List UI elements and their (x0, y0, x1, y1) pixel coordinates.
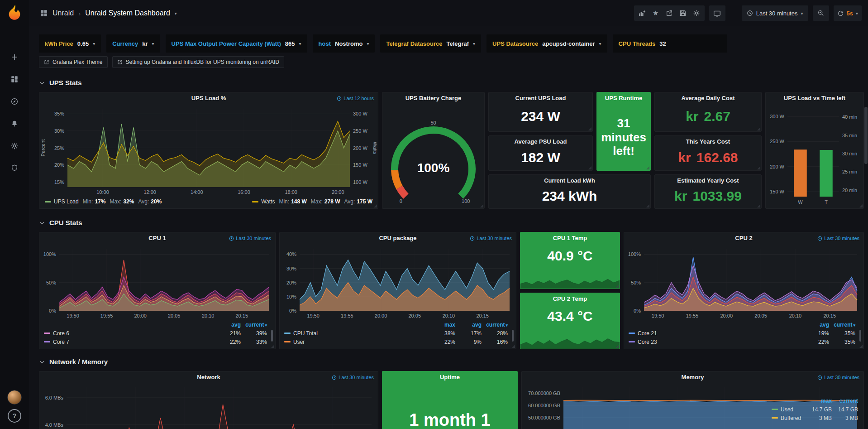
cpu2-chart[interactable]: 19:5019:5520:0020:0520:1020:150%50%100% (624, 244, 863, 320)
ups-bar-chart[interactable]: 150 W200 W250 W300 W20 min25 min30 min35… (766, 104, 863, 208)
dashboard-link-ups-guide[interactable]: Setting up Grafana and InfluxDB for UPS … (112, 56, 285, 68)
legend-column-header[interactable]: avg (215, 322, 241, 328)
share-icon[interactable] (663, 6, 676, 20)
zoom-out-icon[interactable] (814, 6, 828, 20)
panel-time-badge[interactable]: Last 30 minutes (332, 375, 374, 380)
legend-series-name[interactable]: Core 7 (53, 339, 215, 345)
ups-load-chart[interactable]: 10:0012:0014:0016:0018:0020:0015%20%25%3… (39, 104, 378, 197)
variable-cpu-threads[interactable]: CPU Threads32 (613, 34, 727, 53)
panel-title[interactable]: Current UPS Load (489, 92, 592, 104)
panel-title[interactable]: Estimated Yearly Cost (655, 175, 761, 187)
legend-column-header[interactable]: avg (803, 322, 829, 328)
panel-title[interactable]: Network (39, 371, 378, 383)
panel-time-badge[interactable]: Last 30 minutes (817, 375, 859, 380)
legend-series-name[interactable]: UPS Load (54, 198, 79, 205)
legend-series-name[interactable]: Core 23 (638, 339, 803, 345)
panel-title[interactable]: UPS Runtime (597, 92, 650, 104)
panel-title[interactable]: This Years Cost (655, 136, 761, 148)
panel-title[interactable]: UPS Load vs Time left (766, 92, 863, 104)
legend-series-name[interactable]: Watts (261, 198, 275, 205)
panel-title[interactable]: CPU 1 Temp (520, 232, 620, 244)
configuration-gear-icon[interactable] (5, 137, 24, 155)
variable-value-input[interactable]: 32 (659, 40, 666, 47)
cpu-package-chart[interactable]: 19:5019:5520:0020:0520:1020:150%10%20%30… (280, 244, 516, 320)
admin-shield-icon[interactable] (5, 159, 24, 177)
legend-series-name[interactable]: CPU Total (293, 330, 429, 337)
panel-title[interactable]: Uptime (382, 371, 517, 383)
variable-ups-datasource[interactable]: UPS Datasourceapcupsd-container▾ (486, 34, 607, 53)
breadcrumb-app[interactable]: Unraid (52, 9, 74, 17)
battery-gauge-chart[interactable]: 050100 100% (382, 104, 484, 208)
panel-time-badge[interactable]: Last 12 hours (337, 96, 374, 101)
legend-column-header[interactable]: current▾ (241, 322, 267, 328)
cpu1-chart[interactable]: 19:5019:5520:0020:0520:1020:150%50%100% (39, 244, 275, 320)
variable-kwh-price[interactable]: kWh Price0.65▾ (39, 34, 101, 53)
legend-column-header[interactable]: current (832, 398, 858, 404)
legend-column-header[interactable]: current▾ (829, 322, 855, 328)
page-scrollbar-thumb[interactable] (864, 107, 868, 164)
legend-column-header[interactable]: current▾ (482, 322, 508, 328)
explore-compass-icon[interactable] (5, 92, 24, 111)
variable-host[interactable]: hostNostromo▾ (313, 34, 375, 53)
legend-series-name[interactable]: User (293, 339, 429, 345)
legend-scrollbar[interactable] (512, 330, 514, 342)
panel-time-badge[interactable]: Last 30 minutes (229, 236, 271, 241)
time-range-picker[interactable]: Last 30 minutes ▾ (742, 5, 808, 21)
panel-title[interactable]: UPS Battery Charge (382, 92, 484, 104)
legend-column-header[interactable]: max (429, 322, 455, 328)
save-icon[interactable] (676, 6, 690, 20)
dashboard-grid-icon[interactable] (40, 9, 48, 17)
panel-title[interactable]: Current Load kWh (489, 175, 650, 187)
alerting-bell-icon[interactable] (5, 115, 24, 133)
variable-value[interactable]: kr (142, 40, 148, 47)
memory-chart[interactable]: 19:5019:5520:0020:0520:1020:1550.000000 … (522, 383, 863, 429)
svg-text:200 W: 200 W (353, 145, 367, 151)
panel-title[interactable]: Average PSU Load (489, 136, 592, 148)
svg-text:12:00: 12:00 (143, 189, 156, 195)
user-avatar[interactable] (7, 390, 22, 405)
legend-series-name[interactable]: Buffered (781, 415, 806, 421)
variable-telegraf-datasource[interactable]: Telegraf DatasourceTelegraf▾ (380, 34, 481, 53)
network-chart[interactable]: 19:5019:5520:0020:0520:1020:152.0 MBs4.0… (39, 383, 378, 429)
panel-title[interactable]: Memory (522, 371, 863, 383)
add-panel-icon[interactable] (635, 6, 649, 20)
variable-value[interactable]: 0.65 (77, 40, 89, 47)
legend-scrollbar[interactable] (271, 330, 273, 342)
panel-cpu2-graph: CPU 2 Last 30 minutes 19:5019:5520:0020:… (624, 232, 864, 349)
panel-title[interactable]: Average Daily Cost (655, 92, 761, 104)
variable-value[interactable]: Telegraf (446, 40, 469, 47)
refresh-picker[interactable]: 5s ▾ (834, 5, 862, 21)
section-ups-stats[interactable]: UPS Stats (39, 79, 864, 87)
panel-title[interactable]: UPS Load % (39, 92, 378, 104)
variable-ups-max-output[interactable]: UPS Max Output Power Capacity (Watt)865▾ (166, 34, 307, 53)
legend-series-name[interactable]: Core 6 (53, 330, 215, 337)
legend-column-header[interactable]: max (806, 398, 832, 404)
legend-series-name[interactable]: Used (781, 406, 806, 413)
dashboard-link-plex-theme[interactable]: Grafana Plex Theme (39, 56, 108, 68)
legend-series-name[interactable]: Core 21 (638, 330, 803, 337)
section-cpu-stats[interactable]: CPU Stats (39, 219, 864, 227)
create-icon[interactable] (5, 48, 24, 66)
grafana-logo[interactable] (6, 4, 23, 21)
star-icon[interactable]: ★ (649, 6, 663, 20)
tv-mode-icon[interactable] (711, 6, 724, 20)
chevron-down-icon[interactable]: ▾ (175, 11, 177, 16)
section-network-memory[interactable]: Network / Memory (39, 358, 864, 366)
variable-value[interactable]: apcupsd-container (542, 40, 595, 47)
panel-time-badge[interactable]: Last 30 minutes (470, 236, 512, 241)
panel-time-badge[interactable]: Last 30 minutes (817, 236, 859, 241)
settings-gear-icon[interactable] (690, 6, 703, 20)
variable-currency[interactable]: Currencykr▾ (106, 34, 160, 53)
help-icon[interactable]: ? (8, 409, 21, 423)
panel-title[interactable]: CPU 2 Temp (520, 293, 620, 305)
refresh-icon[interactable] (837, 6, 844, 20)
chevron-down-icon (39, 220, 45, 226)
refresh-interval[interactable]: 5s (847, 10, 853, 17)
legend-scrollbar[interactable] (859, 330, 861, 342)
variable-value[interactable]: Nostromo (335, 40, 362, 47)
variable-value[interactable]: 865 (285, 40, 295, 47)
legend-column-header[interactable]: avg (455, 322, 482, 328)
chevron-down-icon[interactable]: ▾ (856, 11, 858, 16)
dashboard-title[interactable]: Unraid System Dashboard (85, 9, 170, 17)
dashboards-icon[interactable] (5, 70, 24, 88)
